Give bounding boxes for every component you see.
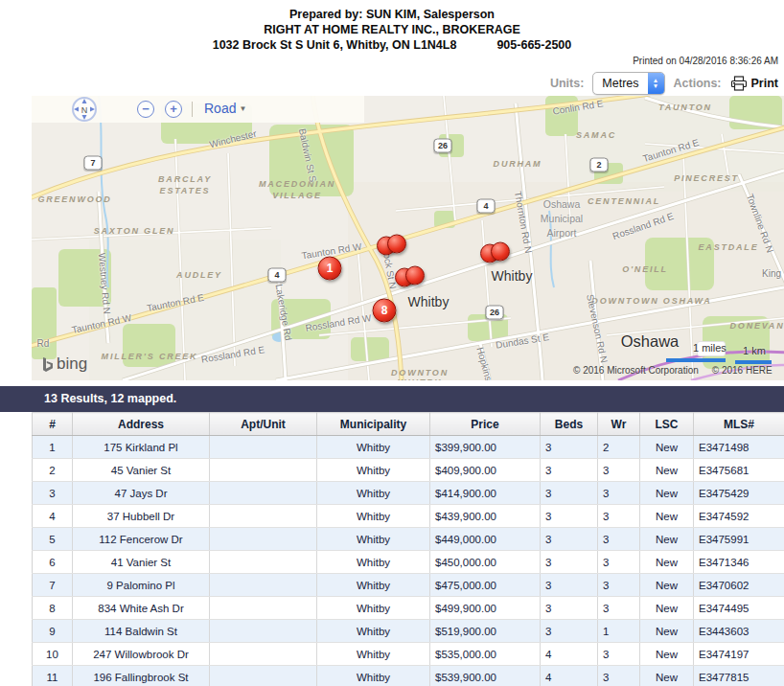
map-pin-1[interactable]: 1 <box>318 257 342 281</box>
cell-wr: 3 <box>598 666 640 686</box>
cell-lsc: New <box>640 620 694 643</box>
table-row[interactable]: 8834 White Ash DrWhitby$499,900.0033NewE… <box>33 597 784 620</box>
cell-beds: 3 <box>541 528 598 551</box>
column-header-aptunit: Apt/Unit <box>210 413 317 436</box>
cell-municipality: Whitby <box>317 666 430 686</box>
table-row[interactable]: 347 Jays DrWhitby$414,900.0033NewE347542… <box>33 482 784 505</box>
scale-miles-bar <box>666 358 726 362</box>
actions-label: Actions: <box>674 77 722 90</box>
map-cluster-pin[interactable] <box>395 266 424 286</box>
table-row[interactable]: 9114 Baldwin StWhitby$519,900.0031NewE34… <box>33 620 784 643</box>
here-copyright: © 2016 HERE <box>712 365 772 376</box>
cell-aptunit <box>210 551 317 574</box>
brokerage-line: RIGHT AT HOME REALTY INC., BROKERAGE <box>0 23 784 36</box>
table-header-row: #AddressApt/UnitMunicipalityPriceBedsWrL… <box>33 413 784 436</box>
cell-wr: 3 <box>598 528 640 551</box>
chevron-down-icon: ▼ <box>239 104 246 113</box>
brokerage-address-line: 1032 Brock St S Unit 6, Whitby, ON L1N4L… <box>0 38 784 52</box>
table-row[interactable]: 5112 Fencerow DrWhitby$449,000.0033NewE3… <box>33 528 784 551</box>
table-row[interactable]: 1175 Kirkland PlWhitby$399,900.0032NewE3… <box>33 436 784 459</box>
cell-aptunit <box>210 459 317 482</box>
zoom-out-button[interactable]: − <box>137 101 154 118</box>
table-row[interactable]: 11196 Fallingbrook StWhitby$539,900.0043… <box>33 666 784 686</box>
cell-beds: 3 <box>541 620 598 643</box>
zoom-in-button[interactable]: + <box>165 101 182 118</box>
map-pin-8[interactable]: 8 <box>373 299 397 323</box>
cell-wr: 3 <box>598 551 640 574</box>
results-summary-bar: 13 Results, 12 mapped. <box>0 386 784 412</box>
cell-price: $450,000.00 <box>430 551 541 574</box>
cell-price: $539,900.00 <box>430 666 541 686</box>
cell-address: 37 Hubbell Dr <box>73 505 210 528</box>
cell-beds: 4 <box>541 643 598 666</box>
map-control-bar: N − + Road▼ <box>32 96 364 123</box>
table-row[interactable]: 245 Vanier StWhitby$409,900.0033NewE3475… <box>33 459 784 482</box>
map-pin-layer: 18 <box>32 96 784 380</box>
cell-beds: 3 <box>541 597 598 620</box>
cell-: 11 <box>33 666 73 686</box>
cell-address: 41 Vanier St <box>73 551 210 574</box>
cell-mls: E3471498 <box>694 436 784 459</box>
cell-aptunit <box>210 482 317 505</box>
bing-b-icon <box>41 357 54 374</box>
microsoft-copyright: © 2016 Microsoft Corporation <box>573 365 699 376</box>
map-canvas[interactable]: GREENWOODBARCLAYESTATESMACEDONIANVILLAGE… <box>32 96 784 380</box>
cell-lsc: New <box>640 551 694 574</box>
cell-municipality: Whitby <box>317 505 430 528</box>
cell-mls: E3474197 <box>694 643 784 666</box>
cell-beds: 4 <box>541 666 598 686</box>
cell-aptunit <box>210 436 317 459</box>
cell-: 1 <box>33 436 73 459</box>
print-button[interactable]: Print <box>730 76 778 91</box>
scale-miles-label: 1 miles <box>693 342 726 354</box>
cell-aptunit <box>210 574 317 597</box>
map-attribution: © 2016 Microsoft Corporation © 2016 HERE <box>573 365 772 376</box>
cell-wr: 3 <box>598 482 640 505</box>
cell-price: $499,900.00 <box>430 597 541 620</box>
cell-price: $439,900.00 <box>430 505 541 528</box>
cell-aptunit <box>210 505 317 528</box>
table-row[interactable]: 10247 Willowbrook DrWhitby$535,000.0043N… <box>33 643 784 666</box>
table-row[interactable]: 641 Vanier StWhitby$450,000.0033NewE3471… <box>33 551 784 574</box>
cell-mls: E3475991 <box>694 528 784 551</box>
cell-mls: E3474495 <box>694 597 784 620</box>
cell-address: 175 Kirkland Pl <box>73 436 210 459</box>
scale-km-label: 1 km <box>743 345 766 356</box>
cell-price: $449,000.00 <box>430 528 541 551</box>
cell-mls: E3475681 <box>694 459 784 482</box>
cell-beds: 3 <box>541 505 598 528</box>
cell-municipality: Whitby <box>317 459 430 482</box>
cell-price: $475,000.00 <box>430 574 541 597</box>
cell-lsc: New <box>640 666 694 686</box>
brokerage-address: 1032 Brock St S Unit 6, Whitby, ON L1N4L… <box>213 38 457 52</box>
cell-price: $535,000.00 <box>430 643 541 666</box>
compass-control[interactable]: N <box>70 96 99 128</box>
column-header-address: Address <box>73 413 210 436</box>
cell-: 2 <box>33 459 73 482</box>
bing-logo[interactable]: bing <box>41 354 87 374</box>
cell-beds: 3 <box>541 436 598 459</box>
cell-aptunit <box>210 620 317 643</box>
table-row[interactable]: 79 Palomino PlWhitby$475,000.0033NewE347… <box>33 574 784 597</box>
units-label: Units: <box>550 77 584 90</box>
cell-municipality: Whitby <box>317 551 430 574</box>
cell-municipality: Whitby <box>317 643 430 666</box>
cell-price: $519,900.00 <box>430 620 541 643</box>
table-row[interactable]: 437 Hubbell DrWhitby$439,900.0033NewE347… <box>33 505 784 528</box>
cell-aptunit <box>210 528 317 551</box>
cell-address: 247 Willowbrook Dr <box>73 643 210 666</box>
cell-lsc: New <box>640 482 694 505</box>
results-table: #AddressApt/UnitMunicipalityPriceBedsWrL… <box>32 412 784 686</box>
pin-bubble <box>405 266 425 286</box>
cell-: 3 <box>33 482 73 505</box>
map-style-dropdown[interactable]: Road▼ <box>204 101 246 116</box>
toolbar: Units: Metres ▲▼ Actions: Print <box>550 72 778 95</box>
pin-bubble <box>491 242 510 262</box>
map-cluster-pin[interactable] <box>377 235 405 255</box>
cell-municipality: Whitby <box>317 528 430 551</box>
units-select[interactable]: Metres ▲▼ <box>592 72 664 95</box>
column-header-beds: Beds <box>541 413 598 436</box>
map-cluster-pin[interactable] <box>480 242 509 263</box>
control-divider <box>192 102 193 117</box>
cell-price: $409,900.00 <box>430 459 541 482</box>
